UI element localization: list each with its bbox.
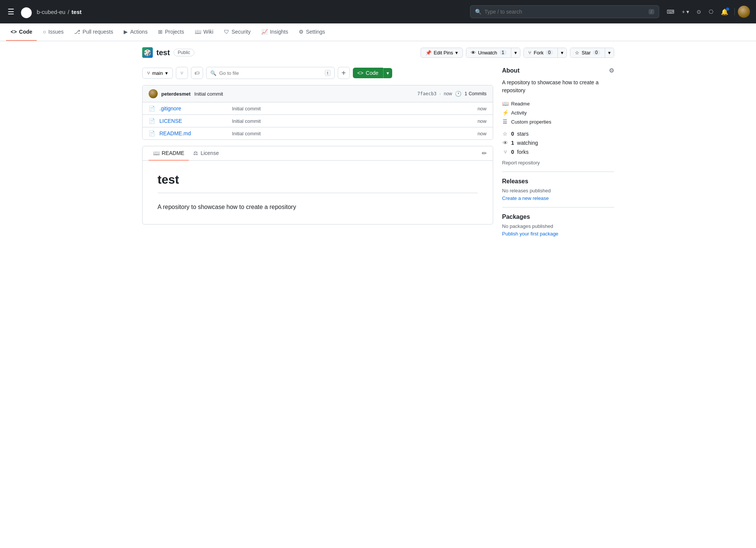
tab-insights[interactable]: 📈 Insights [257,23,293,41]
unwatch-button[interactable]: 👁 Unwatch 1 [466,48,511,57]
readme-edit-button[interactable]: ✏ [482,150,487,157]
publish-package-link[interactable]: Publish your first package [502,231,559,237]
about-description: A repository to showcase how to create a… [502,79,614,94]
history-icon: 🕐 [455,91,461,97]
branch-selector[interactable]: ⑂ main ▾ [142,68,173,79]
goto-file-input[interactable] [219,70,322,76]
file-name-license[interactable]: LICENSE [160,118,228,124]
actions-tab-icon: ▶ [124,29,128,35]
readme-content: test A repository to showcase how to cre… [143,161,493,224]
unwatch-count: 1 [500,50,507,55]
about-gear-button[interactable]: ⚙ [609,67,614,74]
pr-tab-icon: ⎇ [74,29,80,35]
readme-tab-label: README [162,150,185,156]
readme-tab-active[interactable]: 📖 README [149,146,189,161]
watching-stat[interactable]: 👁 1 watching [502,140,614,146]
repo-actions: 📌 Edit Pins ▾ 👁 Unwatch 1 ▾ ⑂ Fork 0 ▾ ☆… [421,48,614,58]
about-links: 📖 Readme ⚡ Activity ☰ Custom properties [502,101,614,125]
tab-pull-requests[interactable]: ⎇ Pull requests [70,23,118,41]
edit-pins-arrow: ▾ [455,50,458,56]
search-bar[interactable]: 🔍 / [470,5,659,18]
path-separator: / [68,9,69,15]
terminal-button[interactable]: ⌨ [664,6,677,17]
star-group: ☆ Star 0 ▾ [570,48,614,58]
file-name-readme[interactable]: README.md [160,130,228,136]
tab-settings[interactable]: ⚙ Settings [294,23,330,41]
custom-props-label: Custom properties [511,119,551,125]
file-icon-gitignore: 📄 [149,105,155,111]
search-input[interactable] [484,9,646,15]
tag-button[interactable]: 🏷 [191,67,203,79]
file-commit-license: Initial commit [232,118,473,124]
eye-icon: 👁 [471,50,476,56]
star-label: Star [582,50,591,56]
commit-hash[interactable]: 7faecb3 [418,91,437,96]
repo-tabs: <> Code ○ Issues ⎇ Pull requests ▶ Actio… [0,23,756,41]
readme-section: 📖 README ⚖ License ✏ test A repository t… [142,146,493,224]
repo-breadcrumb: b-cubed-eu / test [37,9,82,15]
packages-title: Packages [502,214,614,220]
unwatch-dropdown[interactable]: ▾ [511,48,520,57]
fork-icon: ⑂ [528,50,531,56]
star-dropdown[interactable]: ▾ [605,48,614,57]
report-repository-link[interactable]: Report repository [502,160,540,166]
commit-message[interactable]: Initial commit [194,91,223,97]
code-dropdown-button[interactable]: ▾ [383,68,392,78]
file-icon-license: 📄 [149,118,155,124]
commit-time: now [444,91,452,96]
repo-name-title[interactable]: test [157,48,170,57]
copilot-button[interactable]: ⊙ [694,6,704,17]
notifications-button[interactable]: 🔔 [718,6,731,18]
commit-author-avatar[interactable] [149,89,158,98]
code-tab-icon: <> [11,29,17,35]
about-link-activity[interactable]: ⚡ Activity [502,110,614,116]
left-column: ⑂ main ▾ ⑂ 🏷 🔍 t + <> Code ▾ [142,67,493,237]
add-file-button[interactable]: + [338,67,350,79]
new-button[interactable]: + ▾ [679,6,692,17]
about-link-custom-props[interactable]: ☰ Custom properties [502,119,614,125]
fork-button[interactable]: ⑂ Fork 0 [524,48,558,57]
graph-button[interactable]: ⑂ [176,67,188,79]
fork-group: ⑂ Fork 0 ▾ [523,48,567,58]
file-row-license: 📄 LICENSE Initial commit now [143,115,493,127]
pull-requests-button[interactable]: ⎔ [706,6,716,17]
github-logo[interactable]: ⬤ [20,6,32,18]
commits-count-link[interactable]: 1 Commits [464,91,486,96]
org-name[interactable]: b-cubed-eu [37,9,65,15]
fork-dropdown[interactable]: ▾ [558,48,567,57]
avatar[interactable] [738,6,750,18]
commit-author-name[interactable]: peterdesmet [161,91,191,97]
stars-stat[interactable]: ☆ 0 stars [502,131,614,137]
projects-tab-icon: ⊞ [158,29,163,35]
tab-security[interactable]: 🛡 Security [219,23,255,41]
pr-tab-label: Pull requests [82,29,113,35]
tab-issues[interactable]: ○ Issues [38,23,68,41]
tab-wiki[interactable]: 📖 Wiki [190,23,218,41]
releases-title: Releases [502,178,614,185]
goto-kbd: t [325,70,331,76]
right-column: About ⚙ A repository to showcase how to … [502,67,614,237]
repo-name-nav[interactable]: test [71,9,82,15]
repo-header: 🎲 test Public 📌 Edit Pins ▾ 👁 Unwatch 1 … [136,41,620,58]
hamburger-button[interactable]: ☰ [6,6,16,18]
tab-code[interactable]: <> Code [6,23,37,41]
star-count: 0 [593,50,600,55]
wiki-tab-label: Wiki [203,29,213,35]
file-table: peterdesmet Initial commit 7faecb3 · now… [142,85,493,140]
code-main-button[interactable]: <> Code [353,68,383,78]
create-release-link[interactable]: Create a new release [502,195,549,201]
forks-count: 0 [511,149,514,155]
file-name-gitignore[interactable]: .gitignore [160,105,228,111]
edit-pins-button[interactable]: 📌 Edit Pins ▾ [421,48,463,58]
license-tab[interactable]: ⚖ License [189,146,223,161]
goto-file-bar[interactable]: 🔍 t [206,67,335,79]
forks-stat[interactable]: ⑂ 0 forks [502,149,614,155]
tab-actions[interactable]: ▶ Actions [119,23,152,41]
fork-count: 0 [546,50,553,55]
about-link-readme[interactable]: 📖 Readme [502,101,614,107]
tab-projects[interactable]: ⊞ Projects [154,23,189,41]
packages-divider [502,207,614,207]
issues-tab-label: Issues [48,29,64,35]
insights-tab-label: Insights [270,29,288,35]
star-button[interactable]: ☆ Star 0 [570,48,605,57]
